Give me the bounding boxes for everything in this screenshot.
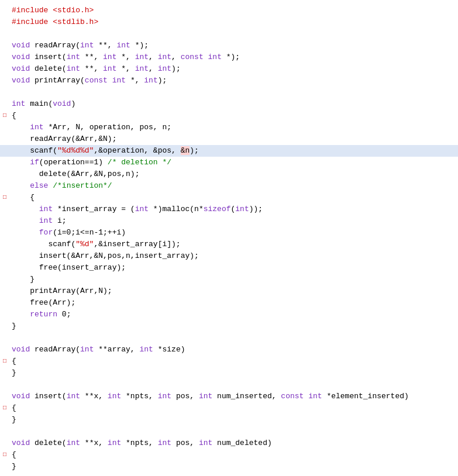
gutter-24 bbox=[0, 274, 9, 275]
gutter-20 bbox=[0, 227, 9, 228]
gutter-27 bbox=[0, 309, 9, 310]
line-25: printArray(Arr,N); bbox=[0, 285, 458, 297]
collapse-icon-10[interactable]: □ bbox=[3, 111, 6, 120]
code-37 bbox=[9, 426, 458, 437]
line-6: void delete(int **, int *, int, int); bbox=[0, 63, 458, 75]
collapse-icon-39[interactable]: □ bbox=[3, 450, 6, 459]
gutter-26 bbox=[0, 297, 9, 298]
gutter-7 bbox=[0, 75, 9, 76]
line-1: #include <stdio.h> bbox=[0, 5, 458, 16]
gutter-40 bbox=[0, 461, 9, 462]
line-20: for(i=0;i<=n-1;++i) bbox=[0, 227, 458, 239]
line-26: free(Arr); bbox=[0, 297, 458, 309]
code-27: return 0; bbox=[9, 309, 458, 320]
gutter-15 bbox=[0, 168, 9, 170]
gutter-35[interactable]: □ bbox=[0, 402, 9, 412]
line-27: return 0; bbox=[0, 309, 458, 320]
line-37 bbox=[0, 426, 458, 437]
line-40: } bbox=[0, 461, 458, 472]
code-10: { bbox=[9, 110, 458, 122]
line-38: void delete(int **x, int *npts, int pos,… bbox=[0, 437, 458, 449]
code-30: void readArray(int **array, int *size) bbox=[9, 344, 458, 356]
line-14: if(operation==1) /* deletion */ bbox=[0, 157, 458, 168]
gutter-3 bbox=[0, 28, 9, 29]
gutter-13 bbox=[0, 145, 9, 146]
gutter-36 bbox=[0, 414, 9, 415]
code-38: void delete(int **x, int *npts, int pos,… bbox=[9, 437, 458, 449]
code-13: scanf("%d%d%d",&operation, &pos, &n); bbox=[9, 145, 458, 157]
gutter-17[interactable]: □ bbox=[0, 192, 9, 202]
line-13: scanf("%d%d%d",&operation, &pos, &n); bbox=[0, 145, 458, 157]
code-8 bbox=[9, 87, 458, 98]
line-3 bbox=[0, 28, 458, 40]
line-34: void insert(int **x, int *npts, int pos,… bbox=[0, 391, 458, 402]
gutter-22 bbox=[0, 250, 9, 251]
code-4: void readArray(int **, int *); bbox=[9, 40, 458, 51]
line-5: void insert(int **, int *, int, int, con… bbox=[0, 51, 458, 63]
gutter-33 bbox=[0, 379, 9, 380]
code-22: insert(&Arr,&N,pos,n,insert_array); bbox=[9, 250, 458, 262]
line-33 bbox=[0, 379, 458, 391]
line-10: □ { bbox=[0, 110, 458, 122]
code-32: } bbox=[9, 367, 458, 379]
line-19: int i; bbox=[0, 215, 458, 227]
line-29 bbox=[0, 332, 458, 344]
line-31: □ { bbox=[0, 356, 458, 367]
gutter-38 bbox=[0, 437, 9, 439]
line-41 bbox=[0, 472, 458, 476]
code-11: int *Arr, N, operation, pos, n; bbox=[9, 122, 458, 133]
gutter-32 bbox=[0, 367, 9, 368]
collapse-icon-31[interactable]: □ bbox=[3, 357, 6, 365]
collapse-icon-35[interactable]: □ bbox=[3, 403, 6, 412]
code-18: int *insert_array = (int *)malloc(n*size… bbox=[9, 203, 458, 215]
collapse-icon-17[interactable]: □ bbox=[3, 193, 6, 202]
gutter-1 bbox=[0, 5, 9, 6]
code-31: { bbox=[9, 356, 458, 367]
gutter-2 bbox=[0, 16, 9, 18]
gutter-19 bbox=[0, 215, 9, 216]
line-21: scanf("%d",&insert_array[i]); bbox=[0, 239, 458, 250]
line-36: } bbox=[0, 414, 458, 426]
line-15: delete(&Arr,&N,pos,n); bbox=[0, 168, 458, 180]
code-28: } bbox=[9, 320, 458, 332]
code-12: readArray(&Arr,&N); bbox=[9, 133, 458, 145]
gutter-11 bbox=[0, 122, 9, 123]
line-9: int main(void) bbox=[0, 98, 458, 110]
line-22: insert(&Arr,&N,pos,n,insert_array); bbox=[0, 250, 458, 262]
code-36: } bbox=[9, 414, 458, 426]
code-6: void delete(int **, int *, int, int); bbox=[9, 63, 458, 75]
line-23: free(insert_array); bbox=[0, 262, 458, 274]
code-16: else /*insertion*/ bbox=[9, 180, 458, 192]
gutter-9 bbox=[0, 98, 9, 99]
gutter-37 bbox=[0, 426, 9, 427]
line-30: void readArray(int **array, int *size) bbox=[0, 344, 458, 356]
code-5: void insert(int **, int *, int, int, con… bbox=[9, 51, 458, 63]
line-18: int *insert_array = (int *)malloc(n*size… bbox=[0, 203, 458, 215]
line-17: □ { bbox=[0, 192, 458, 203]
line-8 bbox=[0, 87, 458, 98]
line-24: } bbox=[0, 274, 458, 285]
gutter-4 bbox=[0, 40, 9, 41]
gutter-30 bbox=[0, 344, 9, 345]
code-33 bbox=[9, 379, 458, 391]
code-29 bbox=[9, 332, 458, 344]
code-2: #include <stdlib.h> bbox=[9, 16, 458, 28]
code-3 bbox=[9, 28, 458, 40]
code-editor: #include <stdio.h> #include <stdlib.h> v… bbox=[0, 0, 458, 476]
code-34: void insert(int **x, int *npts, int pos,… bbox=[9, 391, 458, 402]
line-35: □ { bbox=[0, 402, 458, 414]
gutter-29 bbox=[0, 332, 9, 333]
code-35: { bbox=[9, 402, 458, 414]
gutter-14 bbox=[0, 157, 9, 158]
code-21: scanf("%d",&insert_array[i]); bbox=[9, 239, 458, 250]
code-9: int main(void) bbox=[9, 98, 458, 110]
code-24: } bbox=[9, 274, 458, 285]
gutter-39[interactable]: □ bbox=[0, 449, 9, 459]
code-41 bbox=[9, 472, 458, 476]
gutter-31[interactable]: □ bbox=[0, 356, 9, 365]
gutter-10[interactable]: □ bbox=[0, 110, 9, 120]
code-25: printArray(Arr,N); bbox=[9, 285, 458, 297]
gutter-34 bbox=[0, 391, 9, 392]
code-20: for(i=0;i<=n-1;++i) bbox=[9, 227, 458, 239]
line-11: int *Arr, N, operation, pos, n; bbox=[0, 122, 458, 133]
